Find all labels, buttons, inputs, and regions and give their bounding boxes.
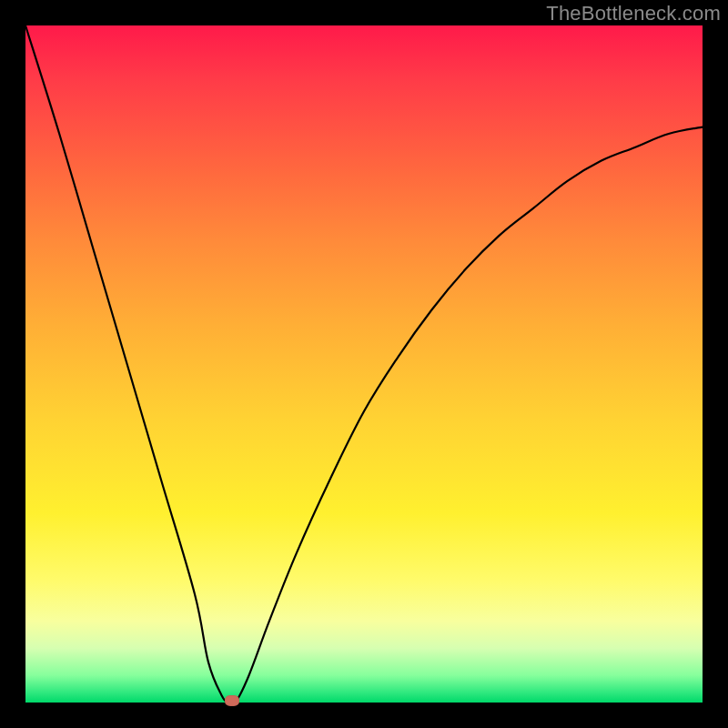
watermark-text: TheBottleneck.com	[546, 2, 721, 25]
optimal-point-marker	[225, 695, 239, 706]
chart-frame: TheBottleneck.com	[0, 0, 728, 728]
plot-area	[25, 25, 703, 703]
bottleneck-curve	[25, 25, 703, 703]
